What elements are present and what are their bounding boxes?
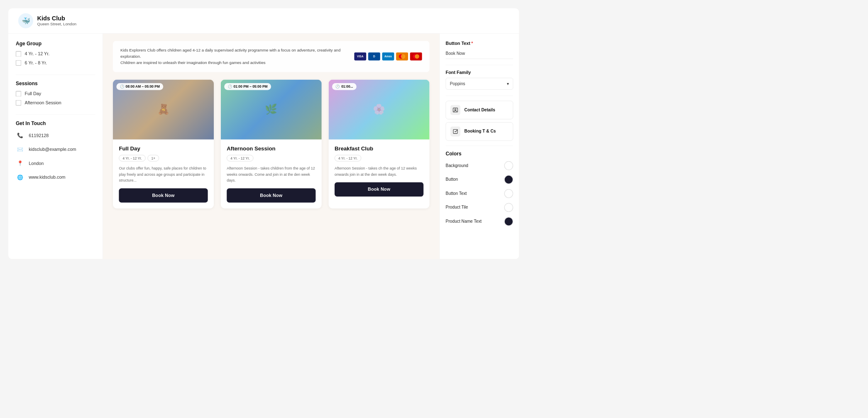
session-checkbox-2[interactable] bbox=[16, 100, 21, 106]
chevron-down-icon: ▾ bbox=[507, 81, 509, 86]
age-group-item-1[interactable]: 4 Yr. - 12 Yr. bbox=[16, 51, 95, 57]
logo-icon: 🐳 bbox=[18, 13, 33, 28]
font-family-value: Poppins bbox=[450, 81, 465, 86]
color-label-button: Button bbox=[446, 177, 458, 182]
location-icon: 📍 bbox=[16, 159, 25, 168]
product-image-afternoon: 🌿 🕐 01:00 PM – 05:00 PM bbox=[221, 79, 322, 139]
product-image-full-day: 🧸 🕐 08:00 AM – 05:00 PM bbox=[113, 79, 214, 139]
panel-divider-2 bbox=[446, 96, 513, 96]
afternoon-desc: Afternoon Session - takes children from … bbox=[227, 165, 315, 183]
color-row-button-text: Button Text bbox=[446, 189, 513, 198]
color-swatch-product-tile[interactable] bbox=[504, 203, 513, 212]
club-name: Kids Club bbox=[37, 15, 76, 22]
contact-details-label: Contact Details bbox=[465, 108, 495, 113]
sessions-title: Sessions bbox=[16, 81, 95, 87]
phone-icon: 📞 bbox=[16, 131, 25, 140]
breakfast-time-badge: 🕐 01:00... bbox=[332, 83, 357, 90]
color-label-product-name: Product Name Text bbox=[446, 219, 482, 224]
svg-rect-6 bbox=[453, 129, 457, 133]
email-icon: ✉️ bbox=[16, 145, 25, 154]
font-family-label: Font Family bbox=[446, 70, 513, 76]
font-family-select[interactable]: Poppins ▾ bbox=[446, 78, 513, 89]
color-label-background: Background bbox=[446, 163, 468, 168]
svg-rect-4 bbox=[453, 108, 458, 112]
afternoon-title: Afternoon Session bbox=[227, 145, 315, 152]
button-text-section: Button Text * bbox=[446, 41, 513, 59]
get-in-touch-title: Get In Touch bbox=[16, 121, 95, 127]
amex-card-icon: Amex bbox=[382, 52, 394, 60]
session-item-2[interactable]: Afternoon Session bbox=[16, 100, 95, 106]
full-day-body: Full Day 4 Yr. - 12 Yr. 1+ Our clubs off… bbox=[113, 139, 214, 208]
sidebar-divider-1 bbox=[16, 75, 95, 75]
button-text-input[interactable] bbox=[446, 49, 513, 59]
svg-point-3 bbox=[415, 54, 419, 59]
panel-divider-3 bbox=[446, 146, 513, 146]
color-row-product-name: Product Name Text bbox=[446, 217, 513, 226]
payment-icons: VISA D Amex bbox=[354, 52, 422, 60]
contact-phone: 📞 61192128 bbox=[16, 131, 95, 140]
color-row-product-tile: Product Tile bbox=[446, 203, 513, 212]
website-icon: 🌐 bbox=[16, 173, 25, 182]
font-family-section: Font Family Poppins ▾ bbox=[446, 70, 513, 90]
logo-emoji: 🐳 bbox=[22, 17, 30, 25]
age-group-item-2[interactable]: 6 Yr. - 8 Yr. bbox=[16, 60, 95, 66]
age-group-checkbox-2[interactable] bbox=[16, 60, 21, 66]
age-group-label-1: 4 Yr. - 12 Yr. bbox=[25, 52, 50, 57]
colors-title: Colors bbox=[446, 151, 513, 157]
afternoon-tag-age: 4 Yr. - 12 Yr. bbox=[227, 155, 253, 162]
color-label-product-tile: Product Tile bbox=[446, 205, 468, 210]
sidebar: Age Group 4 Yr. - 12 Yr. 6 Yr. - 8 Yr. S… bbox=[8, 34, 103, 259]
booking-tc-card[interactable]: Booking T & Cs bbox=[446, 122, 513, 140]
full-day-time: 08:00 AM – 05:00 PM bbox=[126, 84, 160, 89]
full-day-tags: 4 Yr. - 12 Yr. 1+ bbox=[119, 155, 208, 162]
header-text: Kids Club Queen Street, London bbox=[37, 15, 76, 27]
description-bar: Kids Explorers Club offers children aged… bbox=[113, 41, 430, 72]
contact-details-card[interactable]: Contact Details bbox=[446, 101, 513, 119]
full-day-tag-age: 4 Yr. - 12 Yr. bbox=[119, 155, 145, 162]
contact-website-value: www.kidsclub.com bbox=[29, 175, 65, 180]
session-checkbox-1[interactable] bbox=[16, 91, 21, 96]
full-day-tag-count: 1+ bbox=[148, 155, 159, 162]
breakfast-book-button[interactable]: Book Now bbox=[335, 182, 423, 197]
booking-tc-label: Booking T & Cs bbox=[465, 129, 496, 134]
contact-email-value: kidsclub@example.com bbox=[29, 147, 76, 152]
breakfast-tag-age: 4 Yr. - 12 Yr. bbox=[335, 155, 361, 162]
mc-orange-icon bbox=[396, 52, 408, 60]
product-image-breakfast: 🌸 🕐 01:00... bbox=[329, 79, 430, 139]
sessions-section: Sessions Full Day Afternoon Session bbox=[16, 81, 95, 106]
panel-divider-1 bbox=[446, 65, 513, 65]
button-text-label-row: Button Text * bbox=[446, 41, 513, 47]
breakfast-body: Breakfast Club 4 Yr. - 12 Yr. Afternoon … bbox=[329, 139, 430, 202]
age-group-section: Age Group 4 Yr. - 12 Yr. 6 Yr. - 8 Yr. bbox=[16, 41, 95, 66]
club-address: Queen Street, London bbox=[37, 22, 76, 27]
age-group-checkbox-1[interactable] bbox=[16, 51, 21, 57]
product-card-breakfast: 🌸 🕐 01:00... Breakfast Club 4 Yr. - 12 Y… bbox=[329, 79, 430, 208]
main-content: Age Group 4 Yr. - 12 Yr. 6 Yr. - 8 Yr. S… bbox=[8, 34, 519, 259]
mc-red-icon bbox=[410, 52, 422, 60]
clock-icon: 🕐 bbox=[120, 84, 124, 89]
afternoon-book-button[interactable]: Book Now bbox=[227, 188, 315, 202]
colors-section: Colors Background Button Button Text Pro… bbox=[446, 151, 513, 226]
header: 🐳 Kids Club Queen Street, London bbox=[8, 8, 519, 34]
breakfast-desc: Afternoon Session - takes ch the age of … bbox=[335, 165, 423, 177]
full-day-time-badge: 🕐 08:00 AM – 05:00 PM bbox=[116, 83, 163, 90]
breakfast-title: Breakfast Club bbox=[335, 145, 423, 152]
afternoon-time: 01:00 PM – 05:00 PM bbox=[233, 84, 267, 89]
color-swatch-button-text[interactable] bbox=[504, 189, 513, 198]
contact-location: 📍 London bbox=[16, 159, 95, 168]
product-card-full-day: 🧸 🕐 08:00 AM – 05:00 PM Full Day 4 Yr. -… bbox=[113, 79, 214, 208]
contact-website: 🌐 www.kidsclub.com bbox=[16, 173, 95, 182]
button-text-label: Button Text bbox=[446, 41, 470, 47]
color-swatch-button[interactable] bbox=[504, 175, 513, 184]
clock-icon-2: 🕐 bbox=[228, 84, 232, 89]
full-day-book-button[interactable]: Book Now bbox=[119, 188, 208, 202]
clock-icon-3: 🕐 bbox=[335, 84, 340, 89]
color-row-button: Button bbox=[446, 175, 513, 184]
color-swatch-background[interactable] bbox=[504, 161, 513, 170]
get-in-touch-section: Get In Touch 📞 61192128 ✉️ kidsclub@exam… bbox=[16, 121, 95, 182]
sidebar-divider-2 bbox=[16, 115, 95, 115]
color-swatch-product-name[interactable] bbox=[504, 217, 513, 226]
diners-card-icon: D bbox=[368, 52, 380, 60]
session-item-1[interactable]: Full Day bbox=[16, 91, 95, 96]
breakfast-tags: 4 Yr. - 12 Yr. bbox=[335, 155, 423, 162]
